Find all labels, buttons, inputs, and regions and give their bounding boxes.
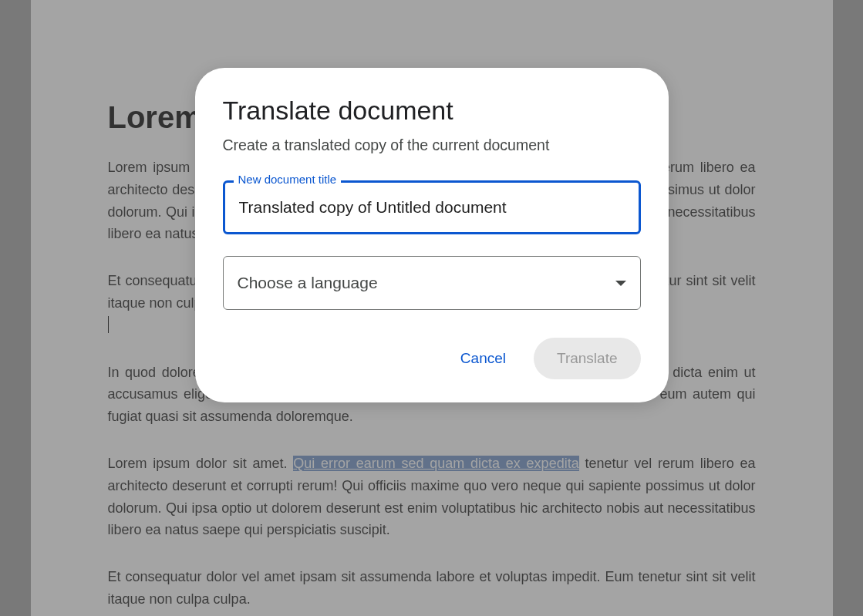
new-document-title-input[interactable]: [223, 180, 641, 234]
title-input-wrapper: New document title: [223, 180, 641, 234]
language-select[interactable]: Choose a language: [223, 256, 641, 310]
dialog-subtitle: Create a translated copy of the current …: [223, 136, 641, 154]
translate-dialog: Translate document Create a translated c…: [195, 68, 669, 402]
language-select-wrapper: Choose a language: [223, 256, 641, 310]
modal-overlay: Translate document Create a translated c…: [0, 0, 863, 616]
dialog-title: Translate document: [223, 96, 641, 126]
chevron-down-icon: [615, 281, 626, 286]
language-select-placeholder: Choose a language: [238, 274, 378, 292]
dialog-actions: Cancel Translate: [223, 338, 641, 379]
translate-button[interactable]: Translate: [534, 338, 641, 379]
title-input-label: New document title: [234, 173, 342, 186]
cancel-button[interactable]: Cancel: [447, 339, 520, 378]
